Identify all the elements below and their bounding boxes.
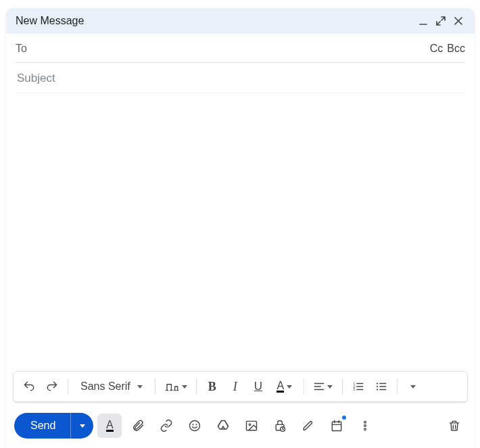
undo-button[interactable] <box>19 376 39 397</box>
insert-signature-button[interactable] <box>296 414 320 438</box>
separator <box>397 378 398 395</box>
fields: To Cc Bcc <box>6 34 475 93</box>
insert-link-button[interactable] <box>154 414 178 438</box>
fullscreen-button[interactable] <box>434 16 448 26</box>
send-options-button[interactable] <box>70 413 93 439</box>
text-color-button[interactable]: A <box>271 376 298 397</box>
svg-rect-21 <box>247 421 257 430</box>
italic-button[interactable]: I <box>225 376 245 397</box>
close-button[interactable] <box>452 16 465 26</box>
numbered-list-button[interactable]: 123 <box>348 376 368 397</box>
background-partial <box>0 0 5 448</box>
svg-point-19 <box>193 424 193 425</box>
insert-photo-button[interactable] <box>239 414 264 438</box>
caret-down-icon <box>137 385 143 389</box>
underline-button[interactable]: U <box>248 376 268 397</box>
font-label: Sans Serif <box>80 380 130 393</box>
more-formatting-button[interactable] <box>403 376 423 397</box>
svg-point-17 <box>377 389 378 390</box>
align-button[interactable] <box>310 376 337 397</box>
insert-emoji-button[interactable] <box>183 414 207 438</box>
caret-down-icon <box>410 385 416 389</box>
discard-draft-button[interactable] <box>442 414 466 438</box>
svg-point-30 <box>364 425 366 427</box>
svg-point-16 <box>377 386 378 387</box>
separator <box>155 378 155 395</box>
minimize-button[interactable] <box>416 16 430 26</box>
separator <box>304 378 304 395</box>
svg-point-18 <box>190 421 200 431</box>
caret-down-icon <box>327 385 333 389</box>
to-label: To <box>16 43 27 55</box>
more-options-button[interactable] <box>353 414 377 438</box>
formatting-options-button[interactable]: A <box>97 414 122 438</box>
insert-drive-button[interactable] <box>211 414 235 438</box>
bold-button[interactable]: B <box>202 376 222 397</box>
notification-dot-icon <box>342 416 346 420</box>
separator <box>68 378 68 395</box>
message-body[interactable] <box>6 93 475 371</box>
redo-button[interactable] <box>42 376 62 397</box>
subject-input[interactable] <box>16 71 465 86</box>
bulleted-list-button[interactable] <box>371 376 391 397</box>
send-group: Send <box>14 413 93 439</box>
separator <box>196 378 197 395</box>
svg-point-29 <box>364 421 366 423</box>
confidential-mode-button[interactable] <box>268 414 292 438</box>
svg-text:3: 3 <box>353 388 355 391</box>
caret-down-icon <box>80 424 85 428</box>
bcc-button[interactable]: Bcc <box>447 43 465 55</box>
svg-point-31 <box>364 428 366 430</box>
font-dropdown[interactable]: Sans Serif <box>74 376 149 397</box>
cc-button[interactable]: Cc <box>430 43 443 55</box>
svg-point-22 <box>249 424 251 426</box>
svg-point-20 <box>196 424 197 425</box>
caret-down-icon <box>287 385 292 389</box>
separator <box>342 378 343 395</box>
window-title: New Message <box>16 15 84 27</box>
compose-window: New Message To Cc Bcc <box>6 8 475 448</box>
bottom-toolbar: Send A <box>6 407 475 448</box>
svg-point-15 <box>377 382 378 384</box>
formatting-toolbar: Sans Serif B I U A 123 <box>13 371 468 402</box>
svg-rect-25 <box>333 422 341 430</box>
to-input[interactable] <box>34 42 426 55</box>
schedule-button[interactable] <box>325 414 349 438</box>
font-size-button[interactable] <box>161 376 191 397</box>
caret-down-icon <box>182 385 187 389</box>
subject-row <box>16 63 465 93</box>
send-button[interactable]: Send <box>14 413 70 439</box>
attach-file-button[interactable] <box>126 414 150 438</box>
recipients-row[interactable]: To Cc Bcc <box>16 34 465 63</box>
titlebar: New Message <box>6 8 475 34</box>
